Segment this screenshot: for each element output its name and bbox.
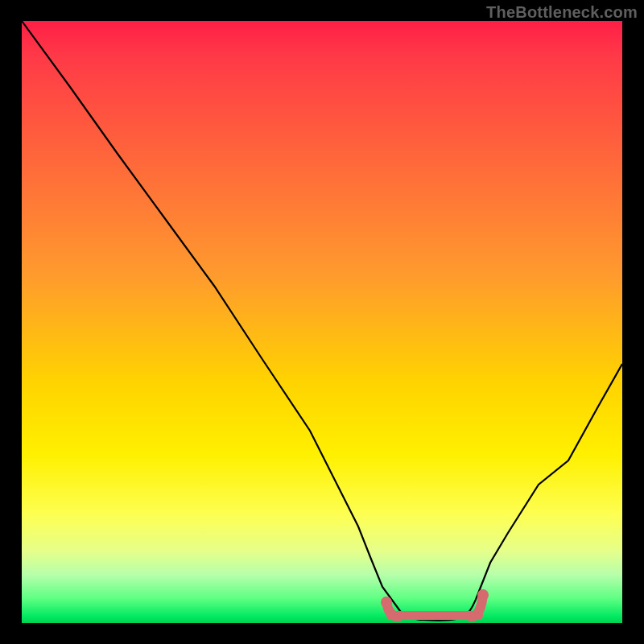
chart-frame: TheBottleneck.com <box>0 0 644 644</box>
chart-plot-area <box>22 21 622 623</box>
watermark-text: TheBottleneck.com <box>486 3 638 22</box>
